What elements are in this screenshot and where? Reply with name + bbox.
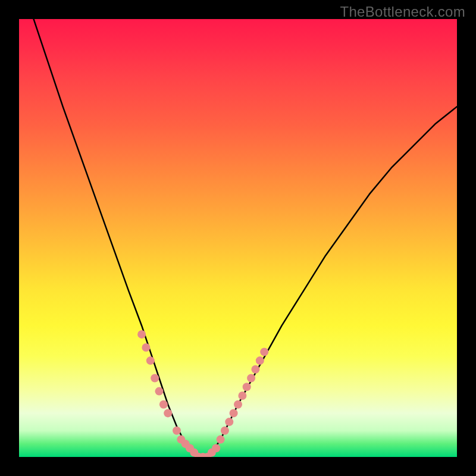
bottleneck-curve-path <box>19 19 457 457</box>
bottleneck-curve <box>19 19 457 457</box>
highlight-dot <box>159 400 168 409</box>
watermark-text: TheBottleneck.com <box>340 4 465 20</box>
chart-svg <box>19 19 457 457</box>
highlight-dot <box>212 444 220 452</box>
highlight-dot <box>155 387 164 396</box>
chart-frame: TheBottleneck.com <box>0 0 476 476</box>
highlight-dot <box>142 343 150 352</box>
highlight-dot <box>234 400 242 409</box>
highlight-dot <box>217 436 225 444</box>
highlight-dots <box>137 330 268 457</box>
highlight-dot <box>238 392 246 400</box>
highlight-dot <box>230 409 238 417</box>
highlight-dot <box>221 427 229 435</box>
highlight-dot <box>251 365 259 374</box>
highlight-dot <box>256 356 264 365</box>
highlight-dot <box>225 418 233 426</box>
highlight-dot <box>243 383 251 391</box>
highlight-dot <box>146 356 155 365</box>
highlight-dot <box>247 374 255 383</box>
highlight-dot <box>151 374 159 383</box>
highlight-dot <box>164 409 172 417</box>
highlight-dot <box>173 427 181 435</box>
highlight-dot <box>260 347 268 356</box>
highlight-dot <box>137 330 146 339</box>
